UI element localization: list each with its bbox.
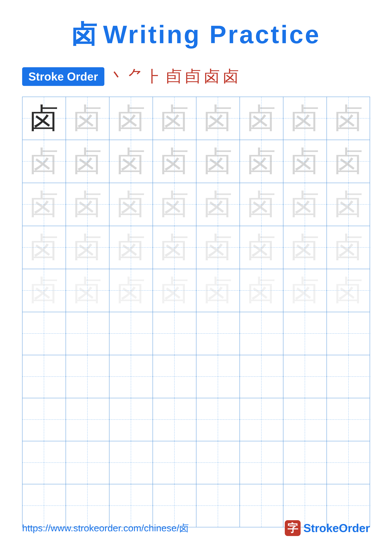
grid-cell[interactable]: 卤 <box>283 140 327 183</box>
grid-cell[interactable] <box>196 398 240 441</box>
grid-cell[interactable] <box>153 441 196 484</box>
grid-cell[interactable]: 卤 <box>327 183 370 226</box>
grid-cell[interactable] <box>240 398 283 441</box>
grid-cell[interactable]: 卤 <box>109 269 153 312</box>
grid-cell[interactable] <box>153 398 196 441</box>
grid-cell[interactable] <box>22 312 66 355</box>
grid-cell[interactable] <box>196 355 240 398</box>
grid-cell[interactable]: 卤 <box>22 269 66 312</box>
stroke-order-row: Stroke Order 丶 ⺈ ⺊ 卣 卣 卤 卤 <box>22 66 370 87</box>
logo-text-stroke: Stroke <box>303 522 339 534</box>
footer-logo: 字 StrokeOrder <box>285 520 370 536</box>
footer: https://www.strokeorder.com/chinese/卤 字 … <box>0 520 392 536</box>
footer-url[interactable]: https://www.strokeorder.com/chinese/卤 <box>22 522 189 535</box>
practice-char: 卤 <box>204 190 232 219</box>
grid-cell[interactable]: 卤 <box>283 269 327 312</box>
grid-cell[interactable] <box>153 312 196 355</box>
practice-char: 卤 <box>334 190 363 219</box>
practice-char: 卤 <box>117 276 145 305</box>
grid-cell[interactable]: 卤 <box>327 226 370 269</box>
grid-cell[interactable]: 卤 <box>66 140 109 183</box>
grid-cell[interactable] <box>153 355 196 398</box>
grid-cell[interactable] <box>283 398 327 441</box>
grid-cell[interactable]: 卤 <box>66 226 109 269</box>
grid-cell[interactable] <box>109 441 153 484</box>
grid-cell[interactable]: 卤 <box>240 269 283 312</box>
grid-cell[interactable] <box>196 441 240 484</box>
grid-cell[interactable]: 卤 <box>196 97 240 140</box>
grid-cell[interactable] <box>327 355 370 398</box>
grid-cell[interactable]: 卤 <box>327 269 370 312</box>
practice-grid[interactable]: 卤 卤 卤 卤 卤 卤 卤 卤 <box>22 97 370 527</box>
page-title: 卤 Writing Practice <box>71 17 321 51</box>
grid-cell[interactable] <box>109 355 153 398</box>
strokeorder-logo-text: StrokeOrder <box>303 522 370 535</box>
practice-char: 卤 <box>247 104 276 132</box>
grid-cell[interactable]: 卤 <box>327 140 370 183</box>
practice-char: 卤 <box>204 104 232 132</box>
grid-cell[interactable]: 卤 <box>66 269 109 312</box>
grid-cell[interactable]: 卤 <box>153 226 196 269</box>
practice-char: 卤 <box>30 233 58 262</box>
grid-cell[interactable] <box>283 312 327 355</box>
grid-cell[interactable] <box>240 441 283 484</box>
grid-cell[interactable]: 卤 <box>240 226 283 269</box>
practice-char: 卤 <box>334 276 363 305</box>
grid-cell[interactable]: 卤 <box>109 97 153 140</box>
practice-char: 卤 <box>117 233 145 262</box>
grid-cell[interactable]: 卤 <box>196 140 240 183</box>
practice-char: 卤 <box>117 147 145 175</box>
grid-cell[interactable]: 卤 <box>283 226 327 269</box>
grid-cell[interactable] <box>283 441 327 484</box>
practice-char: 卤 <box>204 276 232 305</box>
grid-cell[interactable] <box>22 398 66 441</box>
grid-cell[interactable] <box>66 312 109 355</box>
grid-cell[interactable]: 卤 <box>283 183 327 226</box>
grid-cell[interactable]: 卤 <box>109 226 153 269</box>
practice-char: 卤 <box>73 147 102 175</box>
grid-cell[interactable] <box>240 355 283 398</box>
grid-cell[interactable]: 卤 <box>22 226 66 269</box>
grid-cell[interactable] <box>109 398 153 441</box>
grid-cell[interactable]: 卤 <box>153 269 196 312</box>
grid-cell[interactable] <box>283 355 327 398</box>
grid-cell[interactable]: 卤 <box>109 140 153 183</box>
stroke-7: 卤 <box>223 66 239 87</box>
grid-cell[interactable] <box>240 312 283 355</box>
grid-cell[interactable]: 卤 <box>153 183 196 226</box>
grid-cell[interactable] <box>327 441 370 484</box>
practice-char: 卤 <box>291 276 319 305</box>
grid-cell[interactable] <box>109 312 153 355</box>
grid-cell[interactable] <box>196 312 240 355</box>
grid-cell[interactable]: 卤 <box>22 97 66 140</box>
grid-cell[interactable]: 卤 <box>153 140 196 183</box>
grid-cell[interactable] <box>22 441 66 484</box>
grid-cell[interactable]: 卤 <box>283 97 327 140</box>
grid-cell[interactable]: 卤 <box>327 97 370 140</box>
grid-cell[interactable]: 卤 <box>240 183 283 226</box>
grid-cell[interactable] <box>66 398 109 441</box>
grid-cell[interactable]: 卤 <box>196 183 240 226</box>
grid-cell[interactable]: 卤 <box>196 269 240 312</box>
practice-char: 卤 <box>334 147 363 175</box>
grid-cell[interactable] <box>22 355 66 398</box>
grid-cell[interactable]: 卤 <box>22 183 66 226</box>
grid-cell[interactable] <box>66 355 109 398</box>
grid-row-6 <box>22 312 370 355</box>
practice-char: 卤 <box>204 233 232 262</box>
grid-cell[interactable]: 卤 <box>109 183 153 226</box>
grid-row-8 <box>22 398 370 441</box>
grid-cell[interactable]: 卤 <box>240 140 283 183</box>
grid-cell[interactable] <box>327 312 370 355</box>
grid-cell[interactable]: 卤 <box>22 140 66 183</box>
grid-cell[interactable]: 卤 <box>196 226 240 269</box>
grid-cell[interactable]: 卤 <box>66 97 109 140</box>
grid-cell[interactable] <box>66 441 109 484</box>
grid-cell[interactable]: 卤 <box>240 97 283 140</box>
grid-cell[interactable]: 卤 <box>153 97 196 140</box>
practice-char: 卤 <box>117 190 145 219</box>
practice-char: 卤 <box>30 190 58 219</box>
stroke-3: ⺊ <box>147 66 163 87</box>
grid-cell[interactable]: 卤 <box>66 183 109 226</box>
grid-cell[interactable] <box>327 398 370 441</box>
